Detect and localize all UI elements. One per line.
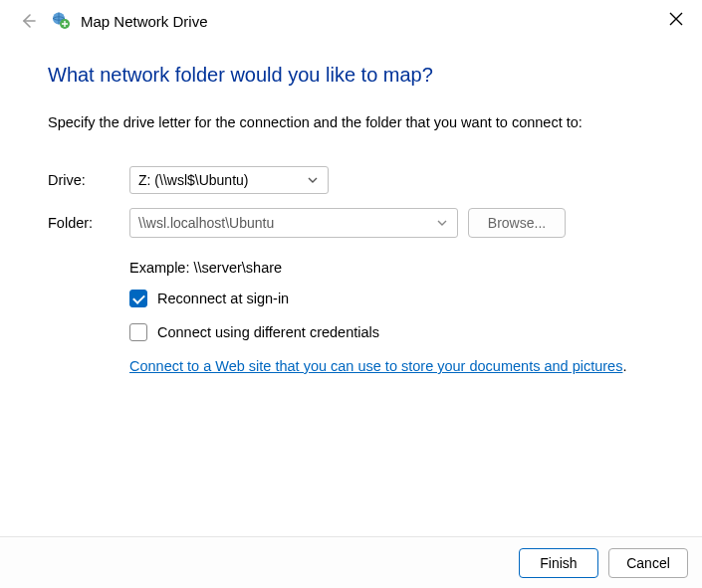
reconnect-label: Reconnect at sign-in [157, 291, 289, 306]
instruction-text: Specify the drive letter for the connect… [48, 114, 654, 130]
browse-button[interactable]: Browse... [468, 208, 566, 238]
folder-value: \\wsl.localhost\Ubuntu [138, 215, 274, 231]
reconnect-checkbox[interactable] [129, 290, 147, 307]
drive-label: Drive: [48, 172, 129, 188]
footer-bar: Finish Cancel [0, 536, 702, 588]
page-heading: What network folder would you like to ma… [48, 64, 654, 87]
example-text: Example: \\server\share [129, 260, 654, 276]
folder-row: Folder: \\wsl.localhost\Ubuntu Browse... [48, 208, 654, 238]
website-link[interactable]: Connect to a Web site that you can use t… [129, 358, 622, 374]
reconnect-row: Reconnect at sign-in [129, 290, 654, 307]
chevron-down-icon [306, 173, 320, 187]
drive-row: Drive: Z: (\\wsl$\Ubuntu) [48, 166, 654, 194]
network-drive-icon [51, 11, 71, 31]
close-icon [669, 12, 683, 26]
credentials-checkbox[interactable] [129, 323, 147, 341]
folder-label: Folder: [48, 215, 129, 231]
credentials-label: Connect using different credentials [157, 324, 379, 340]
content-area: What network folder would you like to ma… [0, 44, 702, 385]
finish-button[interactable]: Finish [519, 548, 598, 578]
arrow-left-icon [19, 12, 37, 30]
folder-combobox[interactable]: \\wsl.localhost\Ubuntu [129, 208, 458, 238]
drive-select[interactable]: Z: (\\wsl$\Ubuntu) [129, 166, 329, 194]
link-period: . [622, 358, 626, 374]
credentials-row: Connect using different credentials [129, 323, 654, 341]
drive-select-value: Z: (\\wsl$\Ubuntu) [138, 172, 248, 188]
window-title: Map Network Drive [81, 13, 208, 30]
chevron-down-icon [435, 216, 449, 230]
cancel-button[interactable]: Cancel [608, 548, 688, 578]
close-button[interactable] [665, 8, 687, 30]
back-button[interactable] [15, 8, 41, 34]
header: Map Network Drive [0, 0, 702, 44]
